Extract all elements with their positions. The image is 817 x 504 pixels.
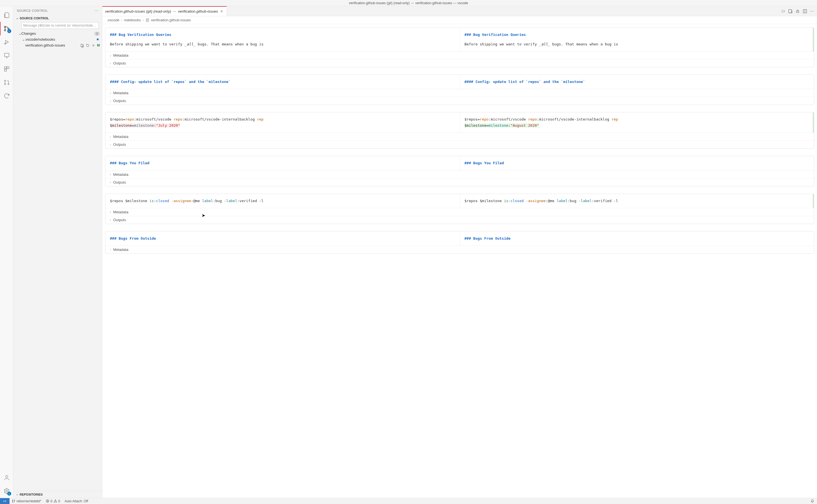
svg-point-9: [4, 80, 6, 81]
outputs-label: Outputs: [113, 99, 126, 103]
discard-changes-icon[interactable]: [86, 43, 90, 47]
remote-indicator[interactable]: [0, 498, 10, 504]
chevron-right-icon: ›: [110, 135, 111, 138]
diff-editor-scroll[interactable]: ### Bug Verification Queries Before ship…: [102, 24, 817, 498]
editor-tabs: verification.github-issues (git) (read-o…: [102, 6, 817, 16]
metadata-row[interactable]: ›Metadata: [105, 246, 814, 253]
settings-badge: 1: [7, 492, 11, 496]
outputs-row[interactable]: ›Outputs: [105, 97, 814, 105]
breadcrumb-notebooks[interactable]: notebooks: [124, 18, 141, 22]
diff-cell: $repos $milestone is:closed -assignee:@m…: [105, 194, 814, 224]
diff-left: ### Bugs From Outside: [105, 232, 460, 246]
close-tab-icon[interactable]: ✕: [220, 9, 224, 13]
repositories-label: REPOSITORIES: [20, 493, 43, 496]
metadata-label: Metadata: [113, 210, 128, 214]
code-line-deleted: $milestone=milestone:"July 2020": [110, 123, 180, 128]
open-file-icon[interactable]: [80, 43, 84, 47]
more-actions-icon[interactable]: ⋯: [810, 9, 814, 13]
svg-point-4: [4, 43, 6, 44]
tok: is: [149, 199, 154, 203]
tok: -assignee: [171, 199, 191, 203]
activity-source-control[interactable]: 1: [0, 22, 13, 35]
compare-changes-icon[interactable]: [781, 9, 785, 13]
outputs-row[interactable]: ›Outputs: [105, 178, 814, 186]
md-text: bugs. That means when a bug is: [550, 42, 618, 46]
activity-extensions[interactable]: [0, 62, 13, 76]
svg-point-19: [12, 502, 13, 502]
diff-cell: #### Config: update list of `repos` and …: [105, 75, 814, 105]
tok: $repos=: [110, 117, 125, 121]
tok: repo: [528, 117, 537, 121]
metadata-label: Metadata: [113, 135, 128, 139]
chevron-down-icon: ⌄: [16, 16, 19, 20]
tok: $milestone=: [465, 123, 489, 128]
sidebar: SOURCE CONTROL ⋯ ⌄ SOURCE CONTROL ⌄ Chan…: [13, 6, 102, 498]
sidebar-more-icon[interactable]: ⋯: [94, 8, 99, 13]
editor-area: verification.github-issues (git) (read-o…: [102, 6, 817, 498]
md-heading: #### Config: update list of `repos` and …: [110, 80, 230, 84]
svg-point-1: [4, 30, 6, 31]
tok: $repos $milestone: [110, 199, 149, 203]
metadata-label: Metadata: [113, 172, 128, 177]
remote-icon: [3, 499, 7, 503]
activity-run[interactable]: [0, 35, 13, 49]
scm-section-label: SOURCE CONTROL: [20, 17, 49, 20]
metadata-row[interactable]: ›Metadata: [105, 208, 814, 216]
open-changes-icon[interactable]: [788, 9, 793, 13]
breadcrumb-file[interactable]: verification.github-issues: [151, 18, 191, 22]
editor-tab-diff[interactable]: verification.github-issues (git) (read-o…: [102, 6, 227, 16]
metadata-row[interactable]: ›Metadata: [105, 89, 814, 97]
svg-rect-14: [789, 10, 791, 13]
file-row[interactable]: verification.github-issues M: [13, 42, 102, 48]
outputs-row[interactable]: ›Outputs: [105, 216, 814, 224]
warning-count: 0: [58, 499, 60, 503]
tab-actions: ⋯: [777, 6, 817, 16]
tok: :verified: [237, 199, 259, 203]
activity-sync[interactable]: [0, 89, 13, 103]
titlebar-right: verification.github-issues — vscode: [415, 1, 468, 5]
split-editor-icon[interactable]: [803, 9, 807, 13]
error-count: 0: [50, 499, 52, 503]
outputs-label: Outputs: [113, 218, 126, 222]
titlebar-arrows-icon: ↔: [411, 1, 414, 5]
activity-explorer[interactable]: [0, 8, 13, 22]
activity-pull-requests[interactable]: [0, 76, 13, 89]
scm-section-header[interactable]: ⌄ SOURCE CONTROL: [13, 15, 102, 21]
md-heading: ### Bug Verification Queries: [465, 33, 526, 37]
chevron-right-icon: ›: [110, 62, 111, 65]
metadata-row[interactable]: ›Metadata: [105, 52, 814, 59]
lock-icon[interactable]: [795, 9, 800, 13]
svg-rect-7: [7, 67, 9, 69]
activity-settings[interactable]: 1: [0, 484, 13, 498]
diff-left: ### Bugs You Filed: [105, 156, 460, 170]
md-heading: ### Bugs From Outside: [465, 236, 511, 241]
repositories-section-header[interactable]: › REPOSITORIES: [13, 491, 102, 498]
tok: repo: [125, 117, 134, 121]
svg-point-12: [6, 475, 8, 478]
problems-indicator[interactable]: 0 0: [43, 499, 62, 503]
breadcrumb-sep-icon: ›: [142, 18, 144, 22]
breadcrumb-vscode[interactable]: .vscode: [107, 18, 119, 22]
files-icon: [3, 12, 10, 19]
outputs-row[interactable]: ›Outputs: [105, 59, 814, 67]
outputs-label: Outputs: [113, 142, 126, 147]
branch-indicator[interactable]: rebornix/nbdebt*: [10, 499, 43, 503]
changes-row[interactable]: ⌄ Changes 1: [13, 31, 102, 36]
folder-row[interactable]: ⌄ .vscode/notebooks: [13, 36, 102, 42]
auto-attach-indicator[interactable]: Auto Attach: Off: [62, 499, 90, 503]
sidebar-title-label: SOURCE CONTROL: [17, 9, 48, 12]
outputs-row[interactable]: ›Outputs: [105, 140, 814, 148]
activity-remote[interactable]: [0, 49, 13, 62]
svg-rect-6: [4, 67, 6, 69]
error-icon: [46, 499, 49, 503]
commit-message-input[interactable]: [21, 22, 99, 29]
notifications-indicator[interactable]: [808, 499, 817, 503]
code-line: $repos=repo:microsoft/vscode repo:micros…: [110, 116, 455, 122]
stage-changes-icon[interactable]: [91, 43, 95, 47]
activity-account[interactable]: [0, 471, 13, 484]
metadata-row[interactable]: ›Metadata: [105, 171, 814, 178]
metadata-row[interactable]: ›Metadata: [105, 133, 814, 140]
file-actions: [80, 43, 95, 47]
chevron-down-icon: ⌄: [22, 37, 25, 41]
diff-left: $repos=repo:microsoft/vscode repo:micros…: [105, 112, 460, 133]
